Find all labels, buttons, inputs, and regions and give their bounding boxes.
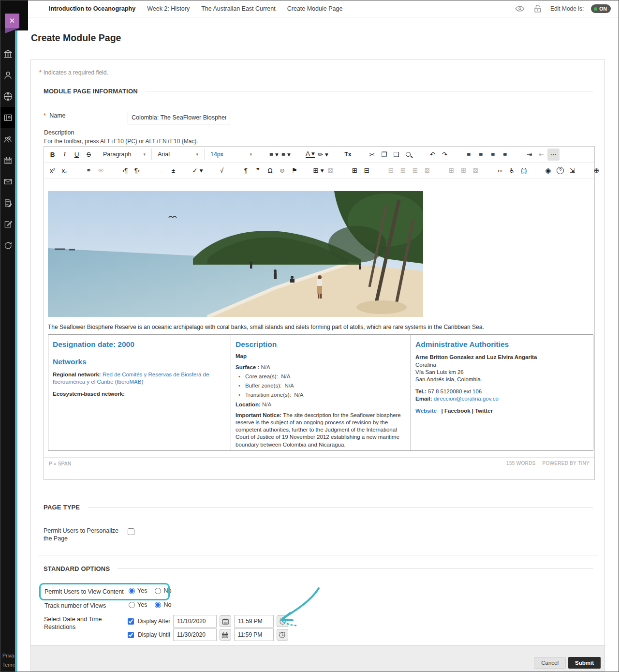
groups-icon[interactable]	[0, 128, 15, 149]
student-preview-icon[interactable]	[515, 4, 525, 14]
bold-icon[interactable]: B	[46, 149, 59, 161]
view-content-no-radio[interactable]	[155, 588, 161, 594]
align-left-icon[interactable]: ≡	[463, 149, 475, 161]
edit-icon[interactable]	[0, 213, 15, 235]
align-justify-icon[interactable]: ≡	[499, 149, 511, 161]
strikethrough-icon[interactable]: S	[83, 149, 95, 161]
submit-button[interactable]: Submit	[568, 657, 601, 669]
calendar-icon[interactable]	[0, 149, 15, 171]
preview-icon[interactable]: ◉	[542, 164, 554, 177]
add-content-icon[interactable]: ⊕	[590, 164, 603, 177]
gradebook-icon[interactable]	[0, 192, 15, 213]
clear-formatting-icon[interactable]: Tx	[342, 149, 354, 161]
math-editor-icon[interactable]: √	[216, 164, 228, 177]
breadcrumb-course[interactable]: Introduction to Oceanography	[49, 5, 135, 12]
subscript-icon[interactable]: x₂	[59, 164, 71, 177]
insert-link-icon[interactable]: ⚭	[83, 164, 95, 177]
view-content-yes[interactable]: Yes	[129, 587, 147, 594]
display-after-date-input[interactable]	[173, 615, 217, 627]
display-after-time-input[interactable]	[234, 615, 274, 627]
highlight-color-icon[interactable]: ✏ ▾	[316, 149, 330, 161]
institution-icon[interactable]	[0, 43, 15, 64]
search-icon[interactable]	[402, 149, 414, 161]
paste-icon[interactable]: ❏	[390, 149, 402, 161]
content-icon[interactable]	[0, 107, 15, 128]
blockquote-icon[interactable]: ❞	[252, 164, 264, 177]
editor-content-area[interactable]: The Seaflower Biosphere Reserve is an oc…	[44, 179, 594, 469]
emoticons-icon[interactable]: ☺	[276, 164, 288, 177]
rtl-icon[interactable]: ¶‹	[131, 164, 143, 177]
underline-icon[interactable]: U	[71, 149, 83, 161]
signout-icon[interactable]	[0, 235, 15, 256]
display-until-checkbox[interactable]	[128, 632, 134, 638]
profile-icon[interactable]	[0, 64, 15, 86]
after-date-picker-button[interactable]	[220, 615, 231, 627]
help-icon[interactable]: ?	[554, 164, 566, 177]
terms-link[interactable]: Terms	[2, 660, 15, 670]
privacy-link[interactable]: Privacy	[2, 651, 15, 660]
location-label: Location:	[236, 402, 261, 407]
superscript-icon[interactable]: x²	[46, 164, 59, 177]
merge-cells-icon[interactable]: ⊟	[361, 164, 373, 177]
breadcrumb-current[interactable]: Create Module Page	[287, 5, 343, 12]
toolbar-divider	[482, 164, 494, 177]
horizontal-rule-icon[interactable]: —	[155, 164, 167, 177]
paragraph-format-select[interactable]: Paragraph▾	[99, 148, 149, 161]
fullscreen-icon[interactable]: ⇲	[566, 164, 578, 177]
after-time-picker-button[interactable]	[277, 615, 288, 627]
cut-icon[interactable]: ✂	[366, 149, 378, 161]
show-invisibles-icon[interactable]: ¶	[240, 164, 252, 177]
view-content-no[interactable]: No	[155, 587, 171, 594]
website-link[interactable]: Website	[415, 408, 437, 414]
code-sample-icon[interactable]: {;}	[518, 164, 530, 177]
bullet-list-icon[interactable]: ≡ ▾	[268, 149, 280, 161]
track-views-no[interactable]: No	[155, 601, 171, 608]
insert-table-icon[interactable]: ⊞ ▾	[312, 164, 324, 177]
until-time-picker-button[interactable]	[277, 629, 288, 641]
text-color-icon[interactable]: A ▾	[304, 149, 316, 161]
accessibility-checker-icon[interactable]: ♿	[506, 164, 518, 177]
track-views-yes[interactable]: Yes	[129, 601, 147, 608]
view-content-yes-radio[interactable]	[129, 588, 135, 594]
track-views-yes-radio[interactable]	[129, 602, 135, 608]
spellcheck-icon[interactable]: ✓ ▾	[192, 164, 204, 177]
edit-mode-toggle[interactable]: ON	[591, 4, 611, 13]
anchor-icon[interactable]: ±	[167, 164, 179, 177]
social-links[interactable]: | Facebook | Twitter	[441, 408, 493, 414]
align-center-icon[interactable]: ≡	[475, 149, 487, 161]
until-date-picker-button[interactable]	[220, 629, 231, 641]
redo-icon[interactable]: ↷	[439, 149, 451, 161]
display-after-checkbox[interactable]	[128, 618, 134, 625]
indent-icon[interactable]: ⇥	[523, 149, 535, 161]
source-code-icon[interactable]: ‹›	[494, 164, 506, 177]
ltr-icon[interactable]: ›¶	[119, 164, 131, 177]
cancel-button[interactable]: Cancel	[534, 657, 566, 669]
undo-icon[interactable]: ↶	[427, 149, 439, 161]
chevron-down-icon: ▾	[143, 152, 146, 157]
mail-icon[interactable]	[0, 171, 15, 192]
font-family-select[interactable]: Arial▾	[154, 148, 202, 161]
name-input[interactable]	[128, 111, 230, 124]
toolbar-divider	[143, 164, 155, 177]
special-characters-icon[interactable]: Ω	[264, 164, 276, 177]
breadcrumb-topic[interactable]: The Australian East Current	[201, 5, 276, 12]
numbered-list-icon[interactable]: ≡ ▾	[280, 149, 292, 161]
align-right-icon[interactable]: ≡	[487, 149, 499, 161]
cell-properties-icon[interactable]: ⊞	[349, 164, 361, 177]
italic-icon[interactable]: I	[59, 149, 71, 161]
unlocked-padlock-icon[interactable]	[532, 4, 543, 14]
more-tools-icon[interactable]: ⋯	[547, 149, 560, 161]
display-until-date-input[interactable]	[173, 628, 217, 641]
globe-icon[interactable]	[0, 86, 15, 107]
bookmark-icon[interactable]: ⚑	[288, 164, 300, 177]
email-link[interactable]: direccion@coralina.gov.co	[434, 396, 499, 402]
breadcrumb-week[interactable]: Week 2: History	[147, 5, 190, 12]
element-path[interactable]: P » SPAN	[49, 461, 71, 466]
copy-icon[interactable]: ❐	[378, 149, 390, 161]
track-views-no-radio[interactable]	[155, 602, 161, 608]
font-size-select[interactable]: 14px▾	[206, 148, 256, 161]
personalize-checkbox[interactable]	[128, 528, 134, 535]
close-menu-button[interactable]: ✕	[5, 14, 19, 28]
close-icon: ✕	[9, 16, 15, 25]
display-until-time-input[interactable]	[234, 628, 274, 641]
